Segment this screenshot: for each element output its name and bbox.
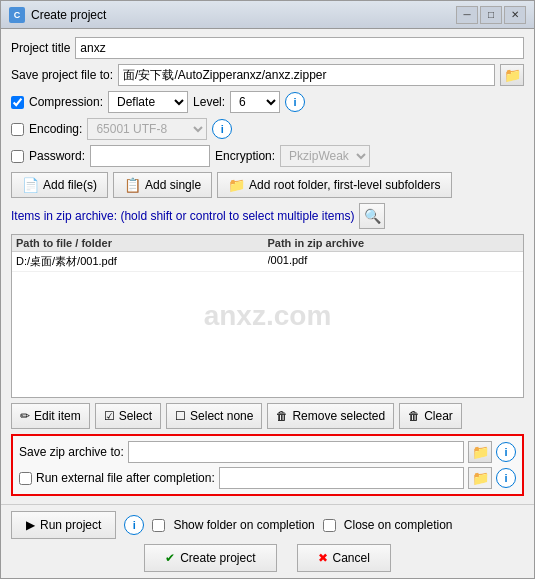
run-external-info-button[interactable]: i: [496, 468, 516, 488]
window-icon: C: [9, 7, 25, 23]
run-external-checkbox[interactable]: [19, 472, 32, 485]
folder-icon: 📁: [504, 67, 521, 83]
check-icon: ✔: [165, 551, 175, 565]
encryption-label: Encryption:: [215, 149, 275, 163]
cancel-button[interactable]: ✖ Cancel: [297, 544, 391, 572]
run-icon: ▶: [26, 518, 35, 532]
items-label-row: Items in zip archive: (hold shift or con…: [11, 203, 524, 229]
add-root-button[interactable]: 📁 Add root folder, first-level subfolder…: [217, 172, 451, 198]
footer-top-row: ▶ Run project i Show folder on completio…: [11, 511, 524, 539]
save-project-row: Save project file to: 📁: [11, 64, 524, 86]
zip-path-col: /001.pdf: [268, 254, 520, 269]
clear-icon: 🗑: [408, 409, 420, 423]
encoding-select[interactable]: 65001 UTF-8: [87, 118, 207, 140]
add-buttons-row: 📄 Add file(s) 📋 Add single 📁 Add root fo…: [11, 172, 524, 198]
run-project-button[interactable]: ▶ Run project: [11, 511, 116, 539]
compression-label: Compression:: [29, 95, 103, 109]
remove-selected-button[interactable]: 🗑 Remove selected: [267, 403, 394, 429]
run-external-info-icon: i: [504, 472, 507, 484]
run-external-label: Run external file after completion:: [36, 471, 215, 485]
select-icon: ☑: [104, 409, 115, 423]
encryption-select[interactable]: PkzipWeak AES128 AES256: [280, 145, 370, 167]
level-label: Level:: [193, 95, 225, 109]
compression-select[interactable]: Deflate Store BZip2: [108, 91, 188, 113]
encoding-row: Encoding: 65001 UTF-8 i: [11, 118, 524, 140]
password-label: Password:: [29, 149, 85, 163]
save-project-label: Save project file to:: [11, 68, 113, 82]
info-icon: i: [294, 96, 297, 108]
cross-icon: ✖: [318, 551, 328, 565]
create-project-button[interactable]: ✔ Create project: [144, 544, 276, 572]
pencil-icon: ✏: [20, 409, 30, 423]
add-files-label: Add file(s): [43, 178, 97, 192]
add-files-button[interactable]: 📄 Add file(s): [11, 172, 108, 198]
add-single-button[interactable]: 📋 Add single: [113, 172, 212, 198]
compression-info-button[interactable]: i: [285, 92, 305, 112]
zip-header: Path in zip archive: [268, 237, 520, 249]
select-none-icon: ☐: [175, 409, 186, 423]
encoding-info-button[interactable]: i: [212, 119, 232, 139]
compression-row: Compression: Deflate Store BZip2 Level: …: [11, 91, 524, 113]
edit-buttons-row: ✏ Edit item ☑ Select ☐ Select none 🗑 Rem…: [11, 403, 524, 429]
show-folder-checkbox[interactable]: [152, 519, 165, 532]
table-row[interactable]: D:/桌面/素材/001.pdf /001.pdf: [12, 252, 523, 272]
password-row: Password: Encryption: PkzipWeak AES128 A…: [11, 145, 524, 167]
save-zip-folder-button[interactable]: 📁: [468, 441, 492, 463]
encoding-label: Encoding:: [29, 122, 82, 136]
items-label: Items in zip archive: (hold shift or con…: [11, 209, 354, 223]
password-checkbox[interactable]: [11, 150, 24, 163]
file-path-col: D:/桌面/素材/001.pdf: [16, 254, 268, 269]
add-root-label: Add root folder, first-level subfolders: [249, 178, 440, 192]
project-title-input[interactable]: [75, 37, 524, 59]
footer-bottom-row: ✔ Create project ✖ Cancel: [11, 544, 524, 572]
save-zip-info-icon: i: [504, 446, 507, 458]
save-project-folder-button[interactable]: 📁: [500, 64, 524, 86]
minimize-button[interactable]: ─: [456, 6, 478, 24]
main-window: C Create project ─ □ ✕ Project title Sav…: [0, 0, 535, 579]
titlebar: C Create project ─ □ ✕: [1, 1, 534, 29]
titlebar-controls: ─ □ ✕: [456, 6, 526, 24]
window-title: Create project: [31, 8, 456, 22]
run-info-icon: i: [133, 519, 136, 531]
search-icon: 🔍: [364, 208, 381, 224]
search-button[interactable]: 🔍: [359, 203, 385, 229]
folder-icon2: 📁: [472, 444, 489, 460]
path-header: Path to file / folder: [16, 237, 268, 249]
add-single-label: Add single: [145, 178, 201, 192]
clear-button[interactable]: 🗑 Clear: [399, 403, 462, 429]
edit-item-button[interactable]: ✏ Edit item: [11, 403, 90, 429]
save-project-input[interactable]: [118, 64, 495, 86]
run-external-row: Run external file after completion: 📁 i: [19, 467, 516, 489]
watermark: anxz.com: [204, 300, 332, 332]
info-icon2: i: [221, 123, 224, 135]
folder-icon3: 📁: [472, 470, 489, 486]
encoding-checkbox[interactable]: [11, 123, 24, 136]
project-title-label: Project title: [11, 41, 70, 55]
add-root-icon: 📁: [228, 177, 245, 193]
save-zip-section: Save zip archive to: 📁 i Run external fi…: [11, 434, 524, 496]
save-zip-info-button[interactable]: i: [496, 442, 516, 462]
add-files-icon: 📄: [22, 177, 39, 193]
footer: ▶ Run project i Show folder on completio…: [1, 504, 534, 578]
save-zip-row: Save zip archive to: 📁 i: [19, 441, 516, 463]
run-external-folder-button[interactable]: 📁: [468, 467, 492, 489]
select-none-button[interactable]: ☐ Select none: [166, 403, 262, 429]
select-button[interactable]: ☑ Select: [95, 403, 161, 429]
compression-checkbox[interactable]: [11, 96, 24, 109]
add-single-icon: 📋: [124, 177, 141, 193]
items-list[interactable]: Path to file / folder Path in zip archiv…: [11, 234, 524, 398]
password-input[interactable]: [90, 145, 210, 167]
maximize-button[interactable]: □: [480, 6, 502, 24]
close-button[interactable]: ✕: [504, 6, 526, 24]
close-checkbox[interactable]: [323, 519, 336, 532]
show-folder-label: Show folder on completion: [173, 518, 314, 532]
level-select[interactable]: 6 1234 5789: [230, 91, 280, 113]
save-zip-input[interactable]: [128, 441, 464, 463]
project-title-row: Project title: [11, 37, 524, 59]
run-external-input[interactable]: [219, 467, 464, 489]
remove-icon: 🗑: [276, 409, 288, 423]
run-project-info-button[interactable]: i: [124, 515, 144, 535]
close-label: Close on completion: [344, 518, 453, 532]
list-header: Path to file / folder Path in zip archiv…: [12, 235, 523, 252]
content-area: Project title Save project file to: 📁 Co…: [1, 29, 534, 504]
